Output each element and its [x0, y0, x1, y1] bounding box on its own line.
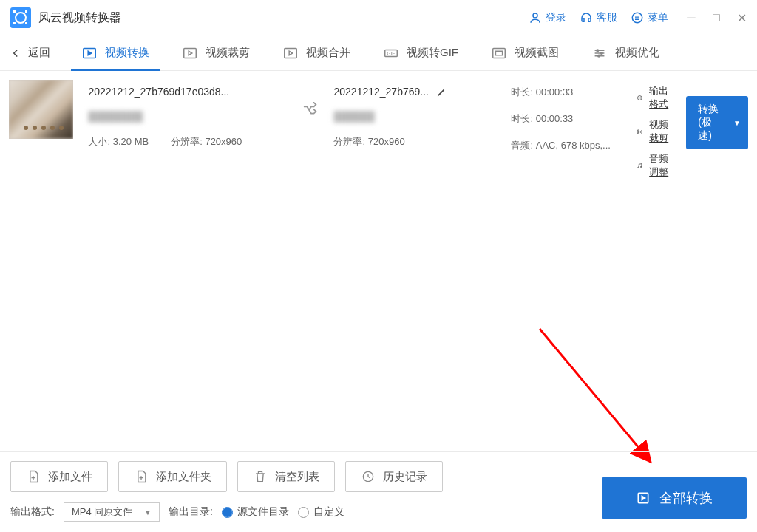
- output-resolution: 分辨率: 720x960: [333, 135, 404, 149]
- file-size: 大小: 3.20 MB: [88, 135, 149, 149]
- action-label: 输出格式: [649, 84, 671, 111]
- chevron-down-icon: ▼: [144, 508, 152, 516]
- file-thumbnail: [9, 80, 73, 139]
- user-icon: [529, 11, 542, 24]
- merge-icon: [282, 45, 299, 61]
- action-output-format[interactable]: 输出格式: [637, 84, 671, 111]
- history-icon: [361, 469, 376, 484]
- action-label: 音频调整: [649, 152, 671, 179]
- tab-label: 视频裁剪: [206, 46, 250, 60]
- app-logo: [10, 7, 31, 28]
- radio-custom-dir[interactable]: 自定义: [298, 505, 344, 519]
- sliders-icon: [591, 45, 608, 61]
- file-row[interactable]: 20221212_27b769d17e03d8... ████████ 大小: …: [9, 80, 748, 179]
- file-resolution: 分辨率: 720x960: [171, 135, 242, 149]
- svg-line-17: [540, 329, 651, 462]
- radio-dot-icon: [222, 507, 233, 518]
- tab-crop[interactable]: 视频裁剪: [172, 35, 260, 71]
- output-duration: 时长: 00:00:33: [511, 112, 622, 126]
- history-button[interactable]: 历史记录: [345, 461, 443, 492]
- convert-button[interactable]: 转换(极速) ▼: [686, 96, 748, 149]
- svg-point-9: [597, 49, 599, 51]
- svg-text:GIF: GIF: [387, 50, 396, 55]
- headset-icon: [580, 11, 593, 24]
- add-folder-button[interactable]: 添加文件夹: [118, 461, 227, 492]
- arrow-left-icon: [9, 47, 22, 60]
- file-name: 20221212_27b769d17e03d8...: [88, 86, 288, 98]
- back-button[interactable]: 返回: [9, 46, 50, 60]
- minimize-button[interactable]: ─: [686, 11, 696, 25]
- menu-label: 菜单: [648, 11, 668, 24]
- convert-all-button[interactable]: 全部转换: [602, 477, 747, 519]
- login-button[interactable]: 登录: [529, 11, 566, 24]
- btn-label: 添加文件夹: [156, 470, 211, 484]
- radio-label: 源文件目录: [237, 505, 289, 519]
- svg-rect-8: [495, 51, 502, 55]
- output-name: 20221212_27b769...: [333, 86, 428, 98]
- btn-label: 清空列表: [275, 470, 319, 484]
- close-button[interactable]: ✕: [736, 11, 747, 25]
- edit-icon[interactable]: [436, 86, 447, 98]
- action-video-crop[interactable]: 视频裁剪: [637, 118, 671, 145]
- row-actions: 输出格式 视频裁剪 音频调整: [637, 80, 671, 179]
- tab-label: 视频转GIF: [407, 46, 458, 60]
- svg-rect-4: [285, 48, 297, 58]
- radio-label: 自定义: [313, 505, 344, 519]
- clear-list-button[interactable]: 清空列表: [237, 461, 335, 492]
- format-icon: [637, 92, 643, 103]
- screenshot-icon: [491, 45, 507, 61]
- music-icon: [637, 160, 643, 171]
- tab-label: 视频转换: [105, 46, 149, 60]
- svg-point-15: [638, 166, 639, 167]
- blurred-info: ██████: [333, 111, 496, 122]
- btn-label: 全部转换: [659, 489, 713, 507]
- scissors-icon: [637, 126, 643, 137]
- footer: 添加文件 添加文件夹 清空列表 历史记录 输出格式: MP4 同原文件 ▼ 输出…: [0, 451, 757, 532]
- output-format-label: 输出格式:: [10, 505, 55, 519]
- gif-icon: GIF: [383, 45, 399, 61]
- svg-rect-7: [493, 48, 506, 58]
- file-add-icon: [26, 469, 41, 484]
- tab-merge[interactable]: 视频合并: [272, 35, 361, 71]
- shuffle-icon: [302, 102, 319, 118]
- tab-convert[interactable]: 视频转换: [71, 35, 160, 71]
- convert-label: 转换(极速): [698, 103, 721, 143]
- tab-gif[interactable]: GIF 视频转GIF: [373, 35, 469, 71]
- select-value: MP4 同原文件: [72, 505, 132, 519]
- file-duration: 时长: 00:00:33: [511, 86, 622, 99]
- action-label: 视频裁剪: [649, 118, 671, 145]
- folder-add-icon: [134, 469, 149, 484]
- menu-button[interactable]: 菜单: [631, 11, 668, 24]
- svg-rect-3: [184, 48, 197, 58]
- tab-screenshot[interactable]: 视频截图: [481, 35, 569, 71]
- btn-label: 添加文件: [48, 470, 92, 484]
- login-label: 登录: [546, 11, 566, 24]
- support-button[interactable]: 客服: [580, 11, 617, 24]
- svg-point-16: [641, 166, 642, 167]
- play-icon: [636, 491, 651, 505]
- file-audio: 音频: AAC, 678 kbps,...: [511, 139, 622, 152]
- action-audio-adjust[interactable]: 音频调整: [637, 152, 671, 179]
- titlebar: 风云视频转换器 登录 客服 菜单 ─ □ ✕: [0, 0, 757, 35]
- radio-dot-icon: [298, 507, 309, 518]
- svg-point-10: [600, 52, 602, 54]
- tab-label: 视频合并: [306, 46, 350, 60]
- convert-icon: [81, 45, 98, 61]
- svg-point-0: [533, 13, 537, 18]
- menu-icon: [631, 11, 644, 24]
- trash-icon: [253, 469, 268, 484]
- radio-source-dir[interactable]: 源文件目录: [222, 505, 289, 519]
- maximize-button[interactable]: □: [711, 11, 722, 25]
- output-format-select[interactable]: MP4 同原文件 ▼: [64, 502, 160, 522]
- btn-label: 历史记录: [383, 470, 427, 484]
- app-title: 风云视频转换器: [38, 10, 121, 26]
- file-list: 20221212_27b769d17e03d8... ████████ 大小: …: [0, 71, 757, 179]
- tab-optimize[interactable]: 视频优化: [581, 35, 670, 71]
- support-label: 客服: [597, 11, 617, 24]
- add-file-button[interactable]: 添加文件: [10, 461, 108, 492]
- tab-label: 视频截图: [515, 46, 559, 60]
- back-label: 返回: [28, 46, 50, 60]
- blurred-info: ████████: [88, 111, 288, 122]
- shuffle-button[interactable]: [302, 80, 319, 121]
- dropdown-caret-icon[interactable]: ▼: [727, 119, 741, 127]
